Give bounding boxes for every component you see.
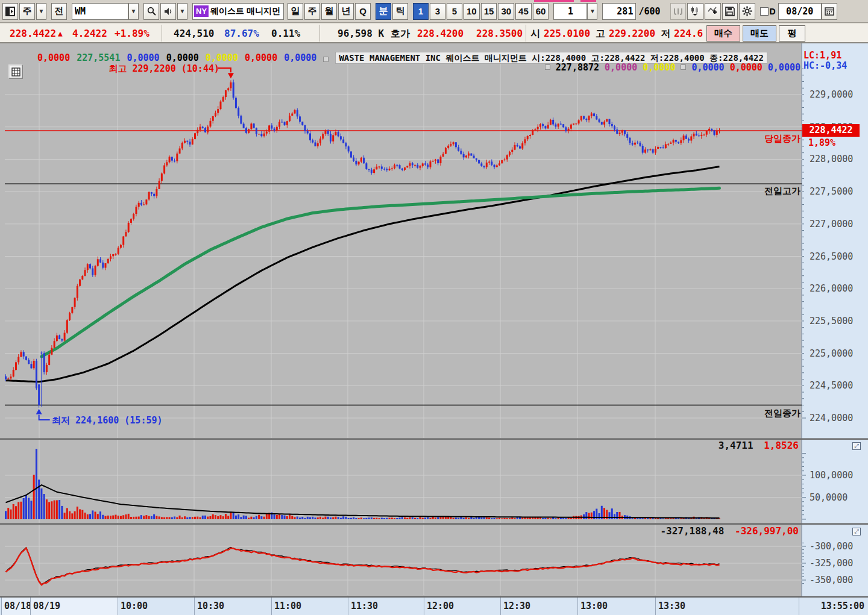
volume-bar: [20, 502, 22, 519]
volume-bar: [494, 518, 495, 519]
tab-tick[interactable]: 틱: [392, 3, 408, 20]
legend-value: 0,0000: [768, 62, 800, 73]
candle-body: [186, 141, 188, 142]
candle-body: [69, 313, 71, 320]
candle-body: [46, 365, 48, 372]
candle-body: [25, 357, 27, 360]
candle-body: [409, 163, 411, 166]
candle-body: [501, 160, 503, 164]
symbol-dropdown-arrow[interactable]: ▼: [128, 3, 139, 20]
sound-dropdown-arrow[interactable]: ▼: [177, 3, 187, 20]
candle-body: [383, 169, 385, 169]
candle-body: [66, 320, 68, 332]
volume-bar: [260, 516, 262, 519]
volume-bar: [15, 506, 17, 519]
candle-body: [97, 259, 99, 266]
tab-minute[interactable]: 분: [376, 3, 391, 20]
interval-5[interactable]: 5: [447, 3, 462, 20]
price-axis-label: 227,0000: [810, 219, 853, 229]
candle-body: [84, 270, 86, 276]
interval-combo-arrow[interactable]: ▼: [587, 3, 597, 20]
candle-body: [652, 149, 654, 153]
volume-bar: [33, 475, 35, 519]
volume-bar: [153, 514, 155, 519]
candle-body: [634, 143, 636, 145]
candle-body: [48, 355, 50, 365]
chevron-down-icon: ▼: [131, 8, 137, 14]
buy-button[interactable]: 매수: [706, 25, 740, 42]
interval-3[interactable]: 3: [430, 3, 445, 20]
candle-body: [5, 376, 7, 379]
tab-quarter[interactable]: Q: [355, 3, 371, 20]
volume-bar: [166, 517, 168, 519]
interval-60[interactable]: 60: [533, 3, 549, 20]
interval-30[interactable]: 30: [498, 3, 514, 20]
volume-bar: [322, 517, 324, 519]
candle-body: [51, 348, 52, 355]
stock-name-box[interactable]: NY 웨이스트 매니지먼: [192, 3, 284, 20]
symbol-input[interactable]: [72, 3, 128, 20]
tab-monthly[interactable]: 월: [321, 3, 337, 20]
avg-button[interactable]: 평: [779, 25, 805, 42]
crosshair-tool-button[interactable]: [670, 3, 686, 20]
candle-body: [363, 158, 365, 163]
table-grid-icon: [11, 67, 20, 76]
period-dropdown-arrow[interactable]: ▼: [36, 3, 46, 20]
panel-toggle-button[interactable]: [2, 3, 18, 20]
candle-body: [335, 132, 336, 135]
candle-body: [365, 163, 367, 169]
indicator-pane-expand-icon[interactable]: ⤢: [852, 528, 861, 535]
daily-checkbox[interactable]: [760, 7, 769, 16]
candle-body: [601, 122, 603, 124]
interval-1[interactable]: 1: [413, 3, 429, 20]
volume-bar: [66, 508, 68, 519]
trendline-tool-button[interactable]: [705, 3, 721, 20]
chart-canvas[interactable]: [0, 43, 868, 596]
tab-weekly[interactable]: 주: [304, 3, 320, 20]
volume-bar: [200, 517, 201, 519]
candle-body: [585, 119, 587, 120]
interval-combo-input[interactable]: [553, 3, 587, 20]
candle-body: [673, 140, 675, 143]
candle-body: [611, 124, 613, 126]
volume-current: 3,4711: [719, 440, 753, 451]
candle-body: [711, 129, 712, 131]
candle-body: [517, 145, 518, 146]
legend-value: 0,0000: [166, 52, 199, 63]
interval-45[interactable]: 45: [515, 3, 532, 20]
candle-body: [245, 128, 247, 133]
candle-body: [550, 120, 552, 125]
interval-15[interactable]: 15: [481, 3, 497, 20]
candle-body: [350, 151, 352, 157]
volume-bar: [340, 518, 342, 519]
period-dropdown[interactable]: 주: [19, 3, 35, 20]
candle-body: [112, 254, 114, 256]
candle-body: [568, 129, 570, 131]
volume-bar: [307, 517, 309, 519]
candle-body: [330, 134, 332, 141]
volume-bar: [345, 517, 347, 519]
date-input[interactable]: [778, 3, 822, 20]
interval-10[interactable]: 10: [464, 3, 480, 20]
chart-grid-button[interactable]: [8, 64, 23, 79]
candle-tool-button[interactable]: [687, 3, 703, 20]
tab-yearly[interactable]: 년: [338, 3, 354, 20]
bar-count-input[interactable]: [602, 3, 636, 20]
prev-symbol-button[interactable]: 전: [51, 3, 67, 20]
symbol-search-button[interactable]: [143, 3, 159, 20]
sound-button[interactable]: [160, 3, 176, 20]
candle-body: [174, 161, 175, 161]
indicator-axis-label: -350,000: [810, 575, 853, 585]
save-button[interactable]: [722, 3, 738, 20]
volume-bar: [274, 514, 275, 519]
candle-body: [570, 125, 572, 129]
candle-body: [360, 158, 362, 162]
volume-pane-expand-icon[interactable]: ⤢: [852, 442, 861, 450]
sell-button[interactable]: 매도: [743, 25, 776, 42]
candle-body: [250, 123, 252, 129]
calendar-button[interactable]: [822, 3, 837, 20]
candle-body: [7, 378, 9, 379]
tab-daily[interactable]: 일: [288, 3, 303, 20]
settings-button[interactable]: [739, 3, 755, 20]
candle-body: [20, 352, 22, 357]
